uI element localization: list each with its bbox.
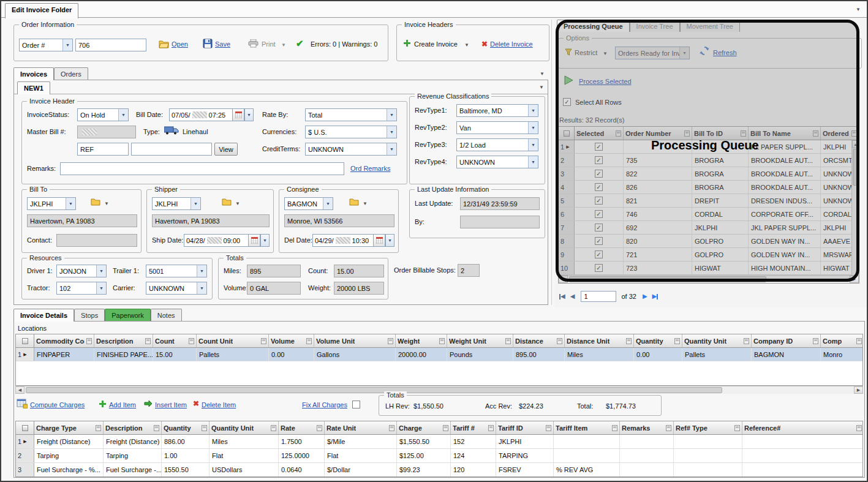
- column-filter-icon[interactable]: [86, 338, 92, 344]
- queue-row[interactable]: 4 826 BROGRA BROOKDALE AUT... UNKNOW: [559, 181, 859, 194]
- column-header[interactable]: Rate: [279, 421, 325, 434]
- ref-type-cell[interactable]: [674, 449, 742, 462]
- refresh-link[interactable]: Refresh: [713, 49, 737, 56]
- save-link[interactable]: Save: [215, 40, 230, 48]
- grid-corner[interactable]: [16, 421, 34, 434]
- checkbox-checked-icon[interactable]: [595, 264, 603, 272]
- selected-cell[interactable]: [575, 221, 624, 234]
- tariff-item-cell[interactable]: [554, 435, 620, 448]
- selected-cell[interactable]: [575, 194, 624, 207]
- queue-row[interactable]: 2 735 BROGRA BROOKDALE AUT... ORCSMT: [559, 154, 859, 167]
- tab-stops[interactable]: Stops: [74, 309, 105, 322]
- row-header[interactable]: 10: [559, 262, 575, 274]
- order-number-cell[interactable]: 822: [624, 167, 692, 180]
- scroll-thumb[interactable]: [26, 387, 722, 393]
- create-invoice-button[interactable]: Create Invoice: [414, 40, 458, 48]
- description-cell[interactable]: Fuel Surcharge -...: [104, 463, 162, 476]
- bill-to-name-cell[interactable]: GOLDEN WAY IN...: [749, 235, 821, 247]
- consignee-select[interactable]: BAGMON▼: [284, 197, 333, 210]
- row-header[interactable]: 2: [16, 449, 34, 462]
- row-header[interactable]: 8: [559, 235, 575, 247]
- column-header[interactable]: Order Number: [624, 127, 692, 140]
- remarks-cell[interactable]: [620, 435, 674, 448]
- volume-cell[interactable]: 0.00: [269, 348, 314, 361]
- column-filter-icon[interactable]: [389, 425, 394, 431]
- queue-row[interactable]: 10 723 HIGWAT HIGH MOUNTAIN... HIGWAT: [559, 262, 859, 275]
- company-id-cell[interactable]: BAGMON: [752, 348, 821, 361]
- column-header[interactable]: Description: [104, 421, 162, 434]
- tab-processing-queue[interactable]: Processing Queue: [557, 20, 630, 32]
- column-header[interactable]: Company ID: [752, 334, 821, 347]
- calendar-icon[interactable]: [374, 234, 385, 247]
- column-filter-icon[interactable]: [317, 425, 322, 431]
- charge-row[interactable]: 3 Fuel Surcharge - %... Fuel Surcharge -…: [16, 463, 862, 477]
- delete-invoice-link[interactable]: Delete Invoice: [490, 40, 533, 48]
- remarks-cell[interactable]: [620, 463, 674, 476]
- chevron-down-icon[interactable]: ▼: [244, 108, 254, 121]
- compute-charges-icon[interactable]: [17, 399, 28, 410]
- selected-cell[interactable]: [575, 140, 624, 153]
- quantity-cell[interactable]: 1.00: [162, 449, 209, 462]
- remarks-input[interactable]: [60, 162, 344, 175]
- queue-row[interactable]: 6 746 CORDAL CORPORATE OFF... CORDAL: [559, 208, 859, 221]
- window-tab[interactable]: Edit Invoice Folder: [5, 3, 78, 18]
- column-filter-icon[interactable]: [666, 425, 671, 431]
- folder-icon[interactable]: [222, 198, 232, 207]
- column-header[interactable]: Charge: [397, 421, 451, 434]
- tariff-item-cell[interactable]: [554, 449, 620, 462]
- column-filter-icon[interactable]: [96, 425, 101, 431]
- ref-type-cell[interactable]: [674, 435, 742, 448]
- add-item-link[interactable]: Add Item: [109, 401, 136, 409]
- checkbox-checked-icon[interactable]: [595, 224, 603, 232]
- column-header[interactable]: Comp: [821, 334, 862, 347]
- column-header[interactable]: Distance: [513, 334, 565, 347]
- bill-to-name-cell[interactable]: CORPORATE OFF...: [749, 208, 821, 220]
- bill-to-name-cell[interactable]: BROOKDALE AUT...: [749, 167, 821, 180]
- chevron-down-icon[interactable]: ▼: [260, 234, 270, 247]
- ref-type-cell[interactable]: [674, 463, 742, 476]
- scroll-left-icon[interactable]: ◀: [15, 386, 25, 394]
- tab-invoices[interactable]: Invoices: [13, 67, 54, 80]
- bill-to-id-cell[interactable]: HIGWAT: [692, 262, 749, 274]
- count-unit-cell[interactable]: Pallets: [197, 348, 269, 361]
- charge-row[interactable]: 2 Tarping Tarping 1.00 Flat 125.0000 Fla…: [16, 449, 862, 463]
- checkbox-checked-icon[interactable]: [595, 250, 603, 258]
- revtype-select[interactable]: Van▼: [456, 121, 538, 134]
- driver1-select[interactable]: JONJON▼: [56, 265, 107, 277]
- column-header[interactable]: Commodity Code: [34, 334, 94, 347]
- bill-to-name-cell[interactable]: KL PAPER SUPPL...: [749, 140, 821, 153]
- del-date-field[interactable]: 04/29/10:30 ▼: [312, 234, 394, 247]
- page-number-input[interactable]: 1: [581, 291, 616, 302]
- select-all-checkbox[interactable]: [563, 98, 571, 106]
- order-number-cell[interactable]: 735: [624, 154, 692, 167]
- trailer1-select[interactable]: 5001▼: [146, 265, 207, 277]
- revtype-select[interactable]: Baltimore, MD▼: [456, 104, 538, 117]
- tab-notes[interactable]: Notes: [151, 309, 182, 322]
- location-row[interactable]: 1 FINPAPER FINISHED PAPE... 15.00 Pallet…: [16, 348, 862, 361]
- selected-cell[interactable]: [575, 167, 624, 180]
- column-filter-icon[interactable]: [388, 338, 393, 344]
- charge-row[interactable]: 1 Freight (Distance) Freight (Distance) …: [16, 435, 862, 449]
- insert-item-link[interactable]: Insert Item: [155, 401, 187, 409]
- quantity-unit-cell[interactable]: Flat: [209, 449, 279, 462]
- column-filter-icon[interactable]: [674, 338, 680, 344]
- row-header[interactable]: 5: [559, 194, 575, 207]
- column-filter-icon[interactable]: [851, 130, 857, 137]
- checkbox-checked-icon[interactable]: [595, 183, 603, 191]
- quantity-cell[interactable]: 1550.50: [162, 463, 209, 476]
- bill-to-id-cell[interactable]: BROGRA: [692, 167, 749, 180]
- tractor-select[interactable]: 102▼: [56, 282, 107, 295]
- selected-cell[interactable]: [575, 181, 624, 194]
- column-header[interactable]: Selected: [575, 127, 624, 140]
- charge-type-cell[interactable]: Tarping: [34, 449, 104, 462]
- row-header[interactable]: 6: [559, 208, 575, 220]
- fix-all-charges-link[interactable]: Fix All Charges: [302, 401, 347, 409]
- tariff-id-cell[interactable]: JKLPHI: [496, 435, 554, 448]
- carrier-select[interactable]: UNKNOWN▼: [146, 282, 207, 295]
- column-filter-icon[interactable]: [202, 425, 207, 431]
- tab-invoice-details[interactable]: Invoice Details: [13, 309, 74, 322]
- save-icon[interactable]: [203, 39, 213, 50]
- charge-type-cell[interactable]: Fuel Surcharge - %...: [34, 463, 104, 476]
- row-header[interactable]: 1: [559, 140, 575, 153]
- bill-to-name-cell[interactable]: GOLDEN WAY IN...: [749, 248, 821, 261]
